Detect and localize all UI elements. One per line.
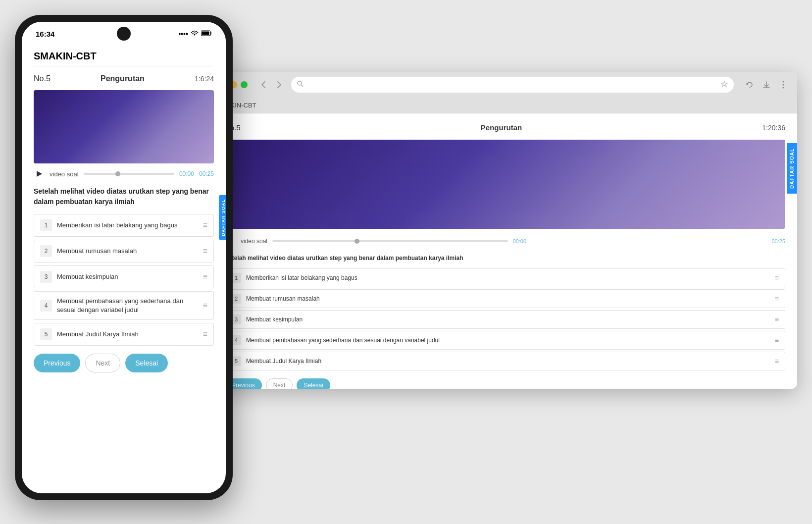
item-text: Membuat pembahasan yang sederhana dan se…	[246, 337, 770, 344]
phone-app-title: SMAKIN-CBT	[34, 51, 214, 62]
drag-handle-icon: ≡	[203, 247, 207, 256]
item-number: 1	[231, 273, 241, 283]
browser-inner-content: DAFTAR SOAL No.5 Pengurutan 1:20:36 vide…	[213, 113, 797, 389]
drag-handle-icon: ≡	[775, 274, 779, 282]
phone-video-controls: video soal 00:00 00:25	[34, 168, 214, 179]
phone-video-progress[interactable]	[84, 173, 174, 175]
phone-progress-thumb	[115, 171, 120, 176]
daftar-soal-tab-phone[interactable]: DAFTAR SOAL	[219, 195, 226, 240]
browser-buttons: Previous Next Selesai	[225, 378, 785, 389]
phone-time: 16:34	[36, 30, 54, 38]
list-item[interactable]: 3 Membuat kesimpulan ≡	[225, 310, 785, 329]
wifi-icon	[191, 30, 199, 38]
phone-notch	[117, 27, 131, 41]
selesai-button[interactable]: Selesai	[297, 378, 330, 389]
item-text: Membuat kesimpulan	[246, 316, 770, 323]
item-text: Memberikan isi latar belakang yang bagus	[246, 274, 770, 281]
browser-question-header: No.5 Pengurutan 1:20:36	[225, 123, 785, 132]
phone-play-button[interactable]	[34, 168, 45, 179]
svg-point-10	[783, 87, 784, 89]
browser-progress-thumb	[355, 239, 359, 244]
list-item[interactable]: 5 Membuat Judul Karya Ilmiah ≡	[225, 352, 785, 370]
browser-titlebar	[213, 72, 797, 98]
phone-device: 16:34 ▪▪▪▪ SMAKIN-CBT DAFTAR SOAL	[15, 15, 233, 500]
maximize-button[interactable]	[241, 81, 248, 88]
browser-question-text: Setelah melihat video diatas urutkan ste…	[225, 254, 785, 262]
phone-question-time: 1:6:24	[195, 75, 214, 83]
item-number: 2	[40, 245, 52, 257]
list-item[interactable]: 3 Membuat kesimpulan ≡	[34, 265, 214, 288]
drag-handle-icon: ≡	[203, 330, 207, 339]
browser-video-progress[interactable]	[272, 240, 508, 242]
svg-point-8	[783, 81, 784, 83]
list-item[interactable]: 2 Membuat rumusan masalah ≡	[34, 240, 214, 262]
list-item[interactable]: 1 Memberikan isi latar belakang yang bag…	[225, 268, 785, 287]
menu-button[interactable]	[776, 78, 790, 92]
browser-toolbar-right	[743, 78, 790, 92]
browser-question-time: 1:20:36	[762, 124, 785, 132]
browser-nav-buttons	[256, 78, 286, 92]
item-text: Membuat pembahasan yang sederhana dan se…	[57, 297, 198, 314]
phone-app-header: SMAKIN-CBT	[22, 46, 226, 66]
item-text: Membuat rumusan masalah	[57, 247, 198, 256]
item-text: Membuat kesimpulan	[57, 272, 198, 281]
phone-video-time-end: 00:25	[199, 170, 214, 177]
phone-video-label: video soal	[50, 170, 79, 178]
phone-question-number: No.5	[34, 74, 51, 83]
browser-video-thumbnail	[225, 140, 785, 229]
svg-marker-5	[721, 81, 727, 87]
download-button[interactable]	[760, 78, 773, 92]
item-number: 5	[40, 328, 52, 340]
browser-content: DAFTAR SOAL No.5 Pengurutan 1:20:36 vide…	[213, 113, 797, 389]
item-number: 4	[40, 300, 52, 312]
item-text: Membuat Judul Karya Ilmiah	[246, 358, 770, 365]
phone-question-text: Setelah melihat video diatas urutkan ste…	[34, 186, 214, 207]
phone-content: DAFTAR SOAL No.5 Pengurutan 1:6:24 video…	[22, 66, 226, 493]
phone-question-header: No.5 Pengurutan 1:6:24	[34, 74, 214, 83]
list-item[interactable]: 4 Membuat pembahasan yang sederhana dan …	[34, 291, 214, 320]
search-icon	[297, 81, 304, 89]
selesai-button[interactable]: Selesai	[125, 354, 168, 372]
phone-screen: 16:34 ▪▪▪▪ SMAKIN-CBT DAFTAR SOAL	[22, 22, 226, 493]
browser-video-time-start: 00:00	[513, 238, 527, 244]
phone-video-time-start: 00:00	[179, 170, 194, 177]
previous-button[interactable]: Previous	[34, 354, 80, 372]
svg-rect-1	[202, 32, 209, 35]
drag-handle-icon: ≡	[775, 315, 779, 323]
drag-handle-icon: ≡	[775, 357, 779, 365]
battery-icon	[201, 30, 212, 38]
item-text: Memberikan isi latar belakang yang bagus	[57, 221, 198, 230]
list-item[interactable]: 5 Membuat Judul Karya Ilmiah ≡	[34, 323, 214, 346]
phone-status-icons: ▪▪▪▪	[178, 30, 212, 38]
svg-point-9	[783, 84, 784, 86]
item-number: 5	[231, 356, 241, 366]
list-item[interactable]: 2 Membuat rumusan masalah ≡	[225, 289, 785, 308]
reload-button[interactable]	[743, 78, 757, 92]
browser-question-category: Pengurutan	[481, 123, 522, 132]
browser-drag-list: 1 Memberikan isi latar belakang yang bag…	[225, 268, 785, 370]
next-button[interactable]: Next	[85, 354, 120, 372]
phone-video-thumbnail	[34, 90, 214, 163]
svg-marker-2	[37, 171, 42, 177]
next-button[interactable]: Next	[266, 378, 293, 389]
forward-button[interactable]	[272, 78, 286, 92]
item-number: 1	[40, 219, 52, 231]
signal-icon: ▪▪▪▪	[178, 30, 188, 38]
browser-tab: MAKIN-CBT	[213, 98, 797, 113]
browser-video-label: video soal	[241, 238, 267, 245]
back-button[interactable]	[256, 78, 270, 92]
drag-handle-icon: ≡	[203, 221, 207, 230]
item-number: 2	[231, 294, 241, 304]
address-bar[interactable]	[291, 77, 734, 93]
drag-handle-icon: ≡	[203, 272, 207, 281]
bookmark-icon[interactable]	[721, 81, 728, 89]
list-item[interactable]: 1 Memberikan isi latar belakang yang bag…	[34, 214, 214, 237]
drag-handle-icon: ≡	[775, 336, 779, 344]
drag-handle-icon: ≡	[775, 295, 779, 303]
item-number: 4	[231, 335, 241, 345]
phone-buttons: Previous Next Selesai	[34, 354, 214, 377]
item-text: Membuat Judul Karya Ilmiah	[57, 330, 198, 339]
list-item[interactable]: 4 Membuat pembahasan yang sederhana dan …	[225, 331, 785, 350]
item-number: 3	[231, 314, 241, 324]
daftar-soal-tab-browser[interactable]: DAFTAR SOAL	[787, 143, 797, 194]
